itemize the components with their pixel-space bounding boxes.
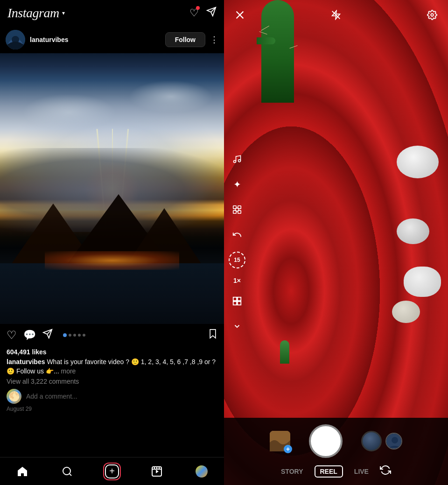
horizon-glow (45, 251, 179, 270)
profile-nav-button[interactable] (190, 460, 213, 483)
switch-camera-preview[interactable] (385, 433, 402, 450)
camera-panel: ✦ 15 1× (224, 0, 448, 485)
search-nav-button[interactable] (56, 460, 79, 483)
dot-4 (78, 334, 81, 337)
flash-off-icon (331, 10, 341, 20)
post-caption: lanaturvibes What is your favorite video… (7, 358, 217, 376)
chevron-down-icon (233, 322, 241, 330)
white-stone-2 (397, 218, 429, 244)
search-icon (62, 466, 73, 477)
share-icon (42, 329, 53, 339)
likes-count: 604,491 likes (7, 348, 217, 356)
undo-button[interactable] (229, 226, 245, 243)
svg-rect-27 (238, 297, 241, 300)
dot-active (63, 333, 67, 337)
flip-icon (380, 464, 391, 476)
grid-icon (232, 296, 242, 306)
camera-bottom-controls: + STORY REEL LIVE (224, 418, 448, 485)
svg-point-25 (235, 208, 238, 211)
view-comments-link[interactable]: View all 3,222 comments (7, 378, 217, 385)
shutter-button[interactable] (309, 424, 343, 458)
dot-5 (83, 334, 85, 337)
add-button-wrapper: + (103, 463, 121, 480)
svg-rect-28 (233, 301, 237, 304)
home-nav-button[interactable] (11, 460, 34, 483)
more-options-button[interactable]: ⋮ (210, 35, 218, 45)
dropdown-chevron-icon[interactable]: ▾ (62, 10, 65, 16)
avatar-emoji: 🌕 (8, 391, 20, 402)
camera-top-bar (224, 0, 448, 30)
more-tools-button[interactable] (229, 318, 245, 335)
stone-tan (392, 301, 420, 323)
post-content: 604,491 likes lanaturvibes What is your … (0, 346, 224, 415)
add-icon: + (105, 464, 119, 478)
camera-lens-button[interactable] (361, 431, 382, 451)
lens-options (361, 431, 402, 451)
reels-nav-button[interactable] (145, 460, 168, 483)
dot-3 (73, 334, 76, 337)
post-header: lanaturvibes Follow ⋮ (0, 26, 224, 53)
flip-camera-button[interactable] (380, 464, 391, 478)
face-detect-button[interactable] (229, 201, 245, 218)
face-detect-icon (232, 204, 242, 215)
camera-modes-row: STORY REEL LIVE (231, 464, 441, 478)
gallery-thumbnail-area: + (270, 431, 290, 451)
post-username[interactable]: lanaturvibes (30, 36, 165, 43)
reel-mode-button[interactable]: REEL (315, 465, 343, 478)
camera-viewfinder: ✦ 15 1× (224, 0, 448, 485)
grid-overlay-button[interactable] (229, 293, 245, 309)
share-button[interactable] (42, 329, 53, 342)
like-button[interactable]: ♡ (7, 329, 17, 342)
svg-point-20 (238, 159, 241, 162)
header-logo-area[interactable]: Instagram ▾ (7, 6, 65, 21)
save-button[interactable] (208, 329, 217, 342)
user-avatar[interactable] (6, 30, 25, 49)
instagram-feed-panel: Instagram ▾ ♡ lanatu (0, 0, 224, 485)
home-icon (17, 466, 28, 477)
avatar-image (6, 30, 25, 49)
follow-button[interactable]: Follow (165, 32, 205, 47)
water-area (0, 263, 224, 324)
carousel-dots (63, 333, 85, 337)
svg-point-6 (63, 467, 70, 475)
direct-messages-button[interactable] (206, 7, 217, 20)
gallery-add-button[interactable]: + (284, 445, 292, 453)
camera-close-button[interactable] (231, 7, 248, 23)
settings-icon (427, 10, 437, 20)
dot-2 (69, 334, 71, 337)
svg-point-19 (234, 160, 236, 162)
front-camera-preview (386, 434, 402, 450)
comment-input[interactable]: Add a comment... (26, 393, 77, 400)
undo-icon (232, 230, 242, 240)
effects-tool-button[interactable]: ✦ (229, 176, 245, 193)
post-timestamp: August 29 (7, 406, 217, 412)
bottom-navigation: + (0, 457, 224, 485)
caption-username[interactable]: lanaturvibes (7, 358, 45, 366)
more-link[interactable]: more (61, 367, 76, 375)
post-image (0, 53, 224, 324)
timer-button[interactable]: 15 (229, 252, 245, 268)
white-stone-1 (397, 146, 439, 178)
sparkle-icon: ✦ (233, 179, 241, 190)
flash-off-button[interactable] (328, 7, 344, 23)
add-comment-row: 🌕 Add a comment... (7, 389, 217, 404)
close-icon (235, 10, 245, 20)
music-tool-button[interactable] (229, 151, 245, 168)
white-stone-3 (404, 267, 441, 297)
zoom-button[interactable]: 1× (233, 277, 241, 284)
header-actions: ♡ (189, 7, 217, 20)
live-mode-button[interactable]: LIVE (354, 468, 369, 475)
post-actions-left: ♡ 💬 (7, 329, 208, 342)
camera-settings-button[interactable] (424, 7, 441, 23)
create-nav-button[interactable]: + (100, 460, 124, 483)
comment-button[interactable]: 💬 (23, 329, 36, 341)
zoom-label: 1× (233, 277, 241, 284)
camera-shutter-row: + (231, 424, 441, 458)
notification-dot (196, 6, 200, 10)
svg-point-32 (392, 437, 398, 443)
svg-line-7 (70, 473, 71, 475)
notifications-button[interactable]: ♡ (189, 7, 199, 19)
small-cactus (280, 340, 289, 364)
story-mode-button[interactable]: STORY (281, 468, 303, 475)
svg-rect-26 (233, 297, 237, 300)
